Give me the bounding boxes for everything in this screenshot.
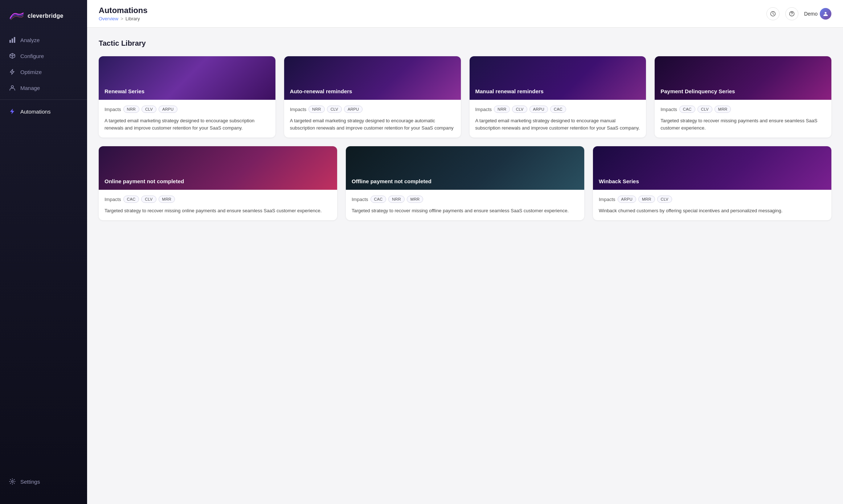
settings-icon	[9, 478, 16, 485]
card-banner-renewal-series: Renewal Series	[99, 56, 275, 100]
header-right: Demo	[766, 7, 831, 20]
header-left: Automations Overview > Library	[99, 6, 147, 21]
card-title-winback-series: Winback Series	[599, 178, 826, 185]
impacts-row: ImpactsNRRCLVARPU	[290, 106, 455, 113]
tag-clv: CLV	[657, 196, 672, 203]
card-desc-manual-renewal-reminders: A targeted email marketing strategy desi…	[475, 117, 641, 132]
main-area: Automations Overview > Library	[87, 0, 843, 504]
tag-mrr: MRR	[159, 196, 175, 203]
svg-point-3	[11, 86, 13, 88]
sidebar-item-optimize-label: Optimize	[20, 69, 42, 75]
impacts-label: Impacts	[599, 197, 615, 202]
user-menu[interactable]: Demo	[804, 8, 831, 20]
card-renewal-series[interactable]: Renewal SeriesImpactsNRRCLVARPUA targete…	[99, 56, 275, 138]
card-online-payment-not-completed[interactable]: Online payment not completedImpactsCACCL…	[99, 146, 337, 220]
sidebar-item-configure-label: Configure	[20, 53, 44, 59]
card-manual-renewal-reminders[interactable]: Manual renewal remindersImpactsNRRCLVARP…	[470, 56, 646, 138]
clock-button[interactable]	[766, 7, 779, 20]
sidebar-item-settings[interactable]: Settings	[0, 474, 87, 489]
impacts-label: Impacts	[290, 107, 307, 112]
tag-clv: CLV	[142, 106, 156, 113]
impacts-label: Impacts	[105, 197, 121, 202]
tag-cac: CAC	[371, 196, 386, 203]
sidebar-item-analyze[interactable]: Analyze	[0, 32, 87, 48]
card-title-renewal-series: Renewal Series	[105, 88, 270, 95]
tag-clv: CLV	[141, 196, 156, 203]
bolt-icon	[9, 108, 16, 115]
logo-text: cleverbridge	[28, 13, 64, 19]
tag-arpu: ARPU	[159, 106, 177, 113]
card-desc-offline-payment-not-completed: Targeted strategy to recover missing off…	[352, 207, 578, 214]
impacts-label: Impacts	[660, 107, 677, 112]
svg-point-7	[791, 15, 792, 15]
card-body-renewal-series: ImpactsNRRCLVARPUA targeted email market…	[99, 100, 275, 138]
card-banner-payment-delinquency-series: Payment Delinquency Series	[655, 56, 831, 100]
sidebar-settings-label: Settings	[20, 479, 40, 485]
card-auto-renewal-reminders[interactable]: Auto-renewal remindersImpactsNRRCLVARPUA…	[284, 56, 461, 138]
card-desc-online-payment-not-completed: Targeted strategy to recover missing onl…	[105, 207, 331, 214]
user-avatar	[820, 8, 831, 20]
card-title-auto-renewal-reminders: Auto-renewal reminders	[290, 88, 455, 95]
breadcrumb-library: Library	[126, 16, 140, 21]
sidebar-item-manage[interactable]: Manage	[0, 80, 87, 96]
card-banner-auto-renewal-reminders: Auto-renewal reminders	[284, 56, 461, 100]
card-banner-online-payment-not-completed: Online payment not completed	[99, 146, 337, 190]
card-title-online-payment-not-completed: Online payment not completed	[105, 178, 331, 185]
sidebar-item-automations-label: Automations	[20, 108, 50, 115]
card-body-online-payment-not-completed: ImpactsCACCLVMRRTargeted strategy to rec…	[99, 190, 337, 220]
card-desc-winback-series: Winback churned customers by offering sp…	[599, 207, 826, 214]
tag-clv: CLV	[697, 106, 712, 113]
card-banner-offline-payment-not-completed: Offline payment not completed	[346, 146, 584, 190]
card-body-auto-renewal-reminders: ImpactsNRRCLVARPUA targeted email market…	[284, 100, 461, 138]
tag-mrr: MRR	[715, 106, 731, 113]
card-banner-manual-renewal-reminders: Manual renewal reminders	[470, 56, 646, 100]
card-title-manual-renewal-reminders: Manual renewal reminders	[475, 88, 641, 95]
svg-point-4	[12, 481, 13, 483]
impacts-row: ImpactsCACCLVMRR	[660, 106, 826, 113]
tag-clv: CLV	[327, 106, 342, 113]
sidebar-bottom: Settings	[0, 466, 87, 497]
card-winback-series[interactable]: Winback SeriesImpactsARPUMRRCLVWinback c…	[593, 146, 831, 220]
impacts-row: ImpactsCACNRRMRR	[352, 196, 578, 203]
lightning-icon	[9, 68, 16, 75]
user-label: Demo	[804, 11, 818, 17]
card-desc-auto-renewal-reminders: A targeted email marketing strategy desi…	[290, 117, 455, 132]
sidebar-nav: Analyze Configure Optimize	[0, 32, 87, 466]
breadcrumb: Overview > Library	[99, 16, 147, 21]
tag-nrr: NRR	[308, 106, 324, 113]
breadcrumb-overview[interactable]: Overview	[99, 16, 118, 21]
card-body-offline-payment-not-completed: ImpactsCACNRRMRRTargeted strategy to rec…	[346, 190, 584, 220]
bar-chart-icon	[9, 36, 16, 44]
sidebar-item-manage-label: Manage	[20, 85, 40, 91]
tag-cac: CAC	[679, 106, 695, 113]
logo-icon	[9, 11, 25, 21]
page-title: Automations	[99, 6, 147, 15]
sidebar-item-configure[interactable]: Configure	[0, 48, 87, 64]
tag-arpu: ARPU	[618, 196, 636, 203]
impacts-row: ImpactsNRRCLVARPUCAC	[475, 106, 641, 113]
tag-cac: CAC	[550, 106, 566, 113]
card-title-payment-delinquency-series: Payment Delinquency Series	[660, 88, 826, 95]
tag-nrr: NRR	[494, 106, 510, 113]
cube-icon	[9, 52, 16, 60]
help-button[interactable]	[785, 7, 798, 20]
sidebar-item-optimize[interactable]: Optimize	[0, 64, 87, 80]
tag-nrr: NRR	[123, 106, 139, 113]
svg-rect-2	[14, 37, 15, 43]
section-title: Tactic Library	[99, 39, 831, 48]
sidebar-item-automations[interactable]: Automations	[0, 103, 87, 119]
svg-rect-1	[12, 38, 13, 43]
card-grid-row2: Online payment not completedImpactsCACCL…	[99, 146, 831, 220]
card-desc-renewal-series: A targeted email marketing strategy desi…	[105, 117, 270, 132]
content-area: Tactic Library Renewal SeriesImpactsNRRC…	[87, 28, 843, 504]
card-offline-payment-not-completed[interactable]: Offline payment not completedImpactsCACN…	[346, 146, 584, 220]
impacts-row: ImpactsNRRCLVARPU	[105, 106, 270, 113]
tag-nrr: NRR	[388, 196, 404, 203]
impacts-row: ImpactsCACCLVMRR	[105, 196, 331, 203]
card-payment-delinquency-series[interactable]: Payment Delinquency SeriesImpactsCACCLVM…	[655, 56, 831, 138]
svg-point-8	[825, 12, 827, 14]
card-desc-payment-delinquency-series: Targeted strategy to recover missing pay…	[660, 117, 826, 132]
person-icon	[9, 84, 16, 91]
card-body-manual-renewal-reminders: ImpactsNRRCLVARPUCACA targeted email mar…	[470, 100, 646, 138]
svg-rect-0	[9, 40, 11, 43]
